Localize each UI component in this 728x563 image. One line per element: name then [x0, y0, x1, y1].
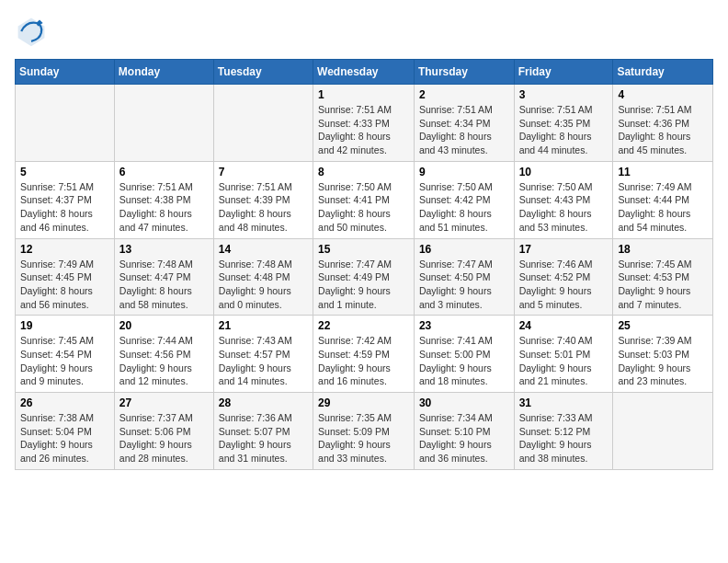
day-number: 16: [419, 243, 509, 256]
day-info: Sunrise: 7:35 AM Sunset: 5:09 PM Dayligh…: [318, 411, 409, 465]
day-number: 11: [618, 166, 708, 178]
calendar-week-2: 5Sunrise: 7:51 AM Sunset: 4:37 PM Daylig…: [16, 161, 713, 238]
calendar-cell: 8Sunrise: 7:50 AM Sunset: 4:41 PM Daylig…: [313, 161, 415, 238]
calendar-cell: 6Sunrise: 7:51 AM Sunset: 4:38 PM Daylig…: [114, 161, 213, 238]
calendar-cell: 25Sunrise: 7:39 AM Sunset: 5:03 PM Dayli…: [613, 316, 713, 393]
calendar-cell: 12Sunrise: 7:49 AM Sunset: 4:45 PM Dayli…: [16, 238, 115, 316]
calendar-cell: 21Sunrise: 7:43 AM Sunset: 4:57 PM Dayli…: [213, 316, 313, 393]
day-info: Sunrise: 7:45 AM Sunset: 4:53 PM Dayligh…: [618, 258, 708, 312]
logo: [15, 15, 53, 48]
day-info: Sunrise: 7:42 AM Sunset: 4:59 PM Dayligh…: [318, 334, 409, 388]
day-number: 6: [119, 166, 209, 178]
calendar-cell: 5Sunrise: 7:51 AM Sunset: 4:37 PM Daylig…: [16, 161, 115, 238]
calendar-cell: 10Sunrise: 7:50 AM Sunset: 4:43 PM Dayli…: [514, 161, 613, 238]
page-header: [15, 15, 713, 48]
calendar-cell: 2Sunrise: 7:51 AM Sunset: 4:34 PM Daylig…: [414, 85, 514, 162]
day-info: Sunrise: 7:51 AM Sunset: 4:39 PM Dayligh…: [219, 180, 308, 235]
day-info: Sunrise: 7:49 AM Sunset: 4:44 PM Dayligh…: [618, 180, 708, 235]
calendar-week-4: 19Sunrise: 7:45 AM Sunset: 4:54 PM Dayli…: [16, 316, 713, 393]
calendar-cell: 20Sunrise: 7:44 AM Sunset: 4:56 PM Dayli…: [114, 316, 213, 393]
day-number: 2: [419, 88, 509, 101]
weekday-header-wednesday: Wednesday: [313, 60, 415, 85]
day-info: Sunrise: 7:51 AM Sunset: 4:37 PM Dayligh…: [20, 180, 109, 235]
day-number: 21: [219, 319, 308, 332]
weekday-header-thursday: Thursday: [414, 60, 514, 85]
calendar-body: 1Sunrise: 7:51 AM Sunset: 4:33 PM Daylig…: [16, 85, 713, 470]
calendar-cell: 16Sunrise: 7:47 AM Sunset: 4:50 PM Dayli…: [414, 238, 514, 316]
day-number: 7: [219, 166, 308, 178]
calendar-cell: 3Sunrise: 7:51 AM Sunset: 4:35 PM Daylig…: [514, 85, 613, 162]
calendar-week-5: 26Sunrise: 7:38 AM Sunset: 5:04 PM Dayli…: [16, 393, 713, 470]
calendar-cell: 27Sunrise: 7:37 AM Sunset: 5:06 PM Dayli…: [114, 393, 213, 470]
day-info: Sunrise: 7:43 AM Sunset: 4:57 PM Dayligh…: [219, 334, 308, 388]
day-number: 17: [519, 243, 609, 256]
day-number: 8: [318, 166, 409, 178]
day-info: Sunrise: 7:47 AM Sunset: 4:50 PM Dayligh…: [419, 258, 509, 312]
calendar-cell: 23Sunrise: 7:41 AM Sunset: 5:00 PM Dayli…: [414, 316, 514, 393]
weekday-header-friday: Friday: [514, 60, 613, 85]
day-number: 1: [318, 88, 409, 101]
day-info: Sunrise: 7:44 AM Sunset: 4:56 PM Dayligh…: [119, 334, 209, 388]
calendar-cell: [16, 85, 115, 162]
calendar-cell: [114, 85, 213, 162]
calendar-cell: [213, 85, 313, 162]
day-number: 3: [519, 88, 609, 101]
calendar-week-1: 1Sunrise: 7:51 AM Sunset: 4:33 PM Daylig…: [16, 85, 713, 162]
calendar-cell: 7Sunrise: 7:51 AM Sunset: 4:39 PM Daylig…: [213, 161, 313, 238]
day-info: Sunrise: 7:34 AM Sunset: 5:10 PM Dayligh…: [419, 411, 509, 465]
calendar-cell: 19Sunrise: 7:45 AM Sunset: 4:54 PM Dayli…: [16, 316, 115, 393]
day-info: Sunrise: 7:48 AM Sunset: 4:47 PM Dayligh…: [119, 258, 209, 312]
calendar-cell: 9Sunrise: 7:50 AM Sunset: 4:42 PM Daylig…: [414, 161, 514, 238]
calendar-cell: 26Sunrise: 7:38 AM Sunset: 5:04 PM Dayli…: [16, 393, 115, 470]
day-info: Sunrise: 7:50 AM Sunset: 4:42 PM Dayligh…: [419, 180, 509, 235]
day-number: 22: [318, 319, 409, 332]
calendar-cell: 29Sunrise: 7:35 AM Sunset: 5:09 PM Dayli…: [313, 393, 415, 470]
calendar-cell: 31Sunrise: 7:33 AM Sunset: 5:12 PM Dayli…: [514, 393, 613, 470]
weekday-header-tuesday: Tuesday: [213, 60, 313, 85]
day-info: Sunrise: 7:41 AM Sunset: 5:00 PM Dayligh…: [419, 334, 509, 388]
day-number: 18: [618, 243, 708, 256]
day-info: Sunrise: 7:51 AM Sunset: 4:38 PM Dayligh…: [119, 180, 209, 235]
day-number: 19: [20, 319, 109, 332]
day-info: Sunrise: 7:46 AM Sunset: 4:52 PM Dayligh…: [519, 258, 609, 312]
day-info: Sunrise: 7:50 AM Sunset: 4:43 PM Dayligh…: [519, 180, 609, 235]
day-info: Sunrise: 7:36 AM Sunset: 5:07 PM Dayligh…: [219, 411, 308, 465]
calendar-week-3: 12Sunrise: 7:49 AM Sunset: 4:45 PM Dayli…: [16, 238, 713, 316]
calendar-cell: 24Sunrise: 7:40 AM Sunset: 5:01 PM Dayli…: [514, 316, 613, 393]
calendar-cell: 13Sunrise: 7:48 AM Sunset: 4:47 PM Dayli…: [114, 238, 213, 316]
day-info: Sunrise: 7:40 AM Sunset: 5:01 PM Dayligh…: [519, 334, 609, 388]
weekday-header-monday: Monday: [114, 60, 213, 85]
day-number: 14: [219, 243, 308, 256]
calendar-cell: 22Sunrise: 7:42 AM Sunset: 4:59 PM Dayli…: [313, 316, 415, 393]
calendar-cell: 11Sunrise: 7:49 AM Sunset: 4:44 PM Dayli…: [613, 161, 713, 238]
calendar-cell: 15Sunrise: 7:47 AM Sunset: 4:49 PM Dayli…: [313, 238, 415, 316]
calendar-cell: [613, 393, 713, 470]
calendar-table: SundayMondayTuesdayWednesdayThursdayFrid…: [15, 59, 713, 470]
calendar-cell: 18Sunrise: 7:45 AM Sunset: 4:53 PM Dayli…: [613, 238, 713, 316]
day-number: 10: [519, 166, 609, 178]
day-number: 12: [20, 243, 109, 256]
calendar-cell: 4Sunrise: 7:51 AM Sunset: 4:36 PM Daylig…: [613, 85, 713, 162]
day-info: Sunrise: 7:51 AM Sunset: 4:33 PM Dayligh…: [318, 103, 409, 157]
day-info: Sunrise: 7:48 AM Sunset: 4:48 PM Dayligh…: [219, 258, 308, 312]
day-number: 13: [119, 243, 209, 256]
logo-icon: [15, 15, 48, 48]
day-number: 31: [519, 396, 609, 409]
day-number: 30: [419, 396, 509, 409]
weekday-header-row: SundayMondayTuesdayWednesdayThursdayFrid…: [16, 60, 713, 85]
day-info: Sunrise: 7:47 AM Sunset: 4:49 PM Dayligh…: [318, 258, 409, 312]
day-info: Sunrise: 7:38 AM Sunset: 5:04 PM Dayligh…: [20, 411, 109, 465]
day-number: 5: [20, 166, 109, 178]
day-info: Sunrise: 7:51 AM Sunset: 4:36 PM Dayligh…: [618, 103, 708, 157]
calendar-cell: 17Sunrise: 7:46 AM Sunset: 4:52 PM Dayli…: [514, 238, 613, 316]
day-number: 15: [318, 243, 409, 256]
day-info: Sunrise: 7:33 AM Sunset: 5:12 PM Dayligh…: [519, 411, 609, 465]
day-number: 29: [318, 396, 409, 409]
weekday-header-sunday: Sunday: [16, 60, 115, 85]
day-info: Sunrise: 7:51 AM Sunset: 4:35 PM Dayligh…: [519, 103, 609, 157]
day-info: Sunrise: 7:39 AM Sunset: 5:03 PM Dayligh…: [618, 334, 708, 388]
calendar-cell: 1Sunrise: 7:51 AM Sunset: 4:33 PM Daylig…: [313, 85, 415, 162]
day-info: Sunrise: 7:45 AM Sunset: 4:54 PM Dayligh…: [20, 334, 109, 388]
day-number: 9: [419, 166, 509, 178]
day-info: Sunrise: 7:51 AM Sunset: 4:34 PM Dayligh…: [419, 103, 509, 157]
